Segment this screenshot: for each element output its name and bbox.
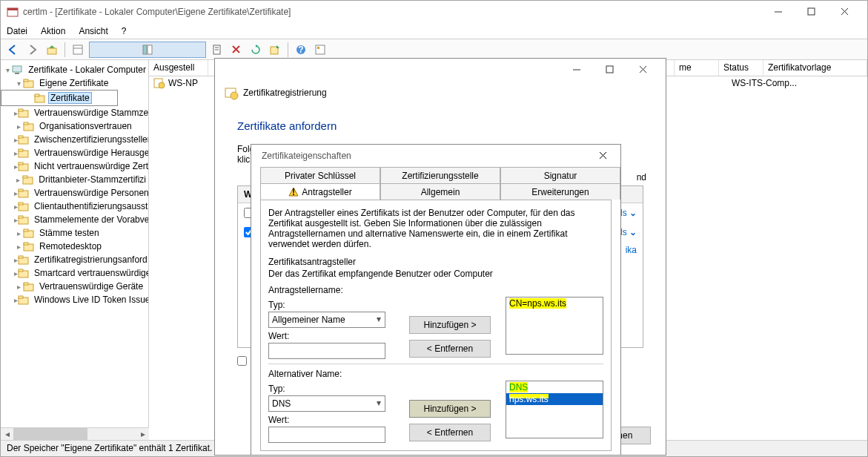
folder-icon [18,108,30,118]
tree-item[interactable]: ▸Nicht vertrauenswürdige Zert [1,160,148,173]
subject-remove-button[interactable]: < Entfernen [409,340,491,358]
minimize-button[interactable] [761,1,795,23]
subject-desc: Der Antragsteller eines Zertifikats ist … [268,208,603,249]
toolbar: ? [1,39,867,60]
subject-add-button[interactable]: Hinzufügen > [409,316,491,334]
col-issued-to[interactable]: Ausgestell [149,60,208,76]
tree-hscroll[interactable]: ◂▸ [1,427,149,440]
delete-button[interactable] [228,42,245,58]
tree-root[interactable]: ▾ Zertifikate - Lokaler Computer [1,63,148,76]
alt-listbox[interactable]: DNS nps.ws.its [506,381,603,438]
col-status[interactable]: Status [719,60,763,76]
tree-item[interactable]: ▸Stämme testen [1,226,148,240]
collapse-link[interactable]: ika [626,245,637,255]
tree-item[interactable]: ▸Smartcard vertrauenswürdige [1,266,148,280]
cert-properties-dialog: Zertifikateigenschaften Privater Schlüss… [251,144,621,456]
tree-item[interactable]: Zertifikate [1,90,118,106]
col-name[interactable]: me [675,60,719,76]
tab-general[interactable]: Allgemein [380,183,500,200]
help-button[interactable]: ? [293,42,309,58]
svg-rect-9 [143,45,147,54]
tree-item[interactable]: ▸Zwischenzertifizierungssteller [1,133,148,146]
svg-rect-52 [19,269,23,272]
wizard-maximize[interactable] [593,59,626,81]
menu-action[interactable]: Aktion [41,26,65,36]
forward-button[interactable] [24,42,41,58]
close-button[interactable] [828,1,861,23]
svg-text:?: ? [298,45,303,55]
folder-icon [18,134,30,145]
folder-icon [18,295,30,305]
tab-private-key[interactable]: Privater Schlüssel [260,167,380,183]
tree-item[interactable]: ▸Vertrauenswürdige Personen [1,186,148,200]
certificate-icon [153,77,165,89]
tree-item[interactable]: ▸Clientauthentifizierungsausst [1,200,148,213]
folder-icon [23,78,35,88]
maximize-button[interactable] [795,1,828,23]
show-all-check[interactable] [237,356,247,366]
folder-icon [18,268,30,278]
alt-add-button[interactable]: Hinzufügen > [409,400,491,418]
subject-sub: Der das Zertifikat empfangende Benutzer … [268,269,603,279]
alt-value-input[interactable] [268,427,385,443]
wizard-minimize[interactable] [560,59,593,81]
col-template[interactable]: Zertifikatvorlage [763,60,867,76]
tree-item[interactable]: ▾Eigene Zertifikate [1,76,148,90]
svg-rect-22 [15,73,19,74]
svg-rect-19 [316,45,325,54]
svg-rect-42 [19,203,23,205]
svg-rect-38 [23,176,27,178]
copy-button[interactable] [209,42,225,58]
subject-cn-item[interactable]: CN=nps.ws.its [509,298,566,309]
tab-extensions[interactable]: Erweiterungen [500,183,620,200]
console-button[interactable] [70,42,86,58]
back-button[interactable] [5,42,21,58]
subject-value-input[interactable] [268,343,385,359]
svg-rect-24 [24,79,28,82]
tree-item[interactable]: ▸Remotedesktop [1,240,148,253]
subject-heading: Zertifikatsantragsteller [268,257,603,267]
value1-label: Wert: [268,331,394,341]
app-icon [7,6,19,18]
alt-type-select[interactable] [268,395,385,412]
cert-template: WS-ITS-Comp... [732,78,797,88]
svg-rect-30 [24,122,28,125]
tab-ca[interactable]: Zertifizierungsstelle [380,167,500,183]
tree-item[interactable]: ▸Vertrauenswürdige Geräte [1,280,148,293]
alt-dns-item[interactable]: nps.ws.its [506,393,603,405]
options-button[interactable] [312,42,328,58]
tree-item[interactable]: ▸Vertrauenswürdige Herausgel [1,146,148,160]
svg-point-58 [159,82,165,88]
subject-listbox[interactable]: CN=nps.ws.its [506,297,603,355]
folder-icon [23,241,35,251]
computer-icon [12,65,24,75]
subject-type-select[interactable] [268,312,385,328]
tree-item[interactable]: ▸Drittanbieter-Stammzertifizi [1,173,148,186]
tree-item[interactable]: ▸Vertrauenswürdige Stammzer [1,106,148,119]
tree-item[interactable]: ▸Organisationsvertrauen [1,119,148,133]
tree-item[interactable]: ▸Zertifikatregistrierungsanford [1,253,148,266]
menubar: Datei Aktion Ansicht ? [1,23,867,39]
export-button[interactable] [267,42,283,58]
tab-subject[interactable]: ! Antragsteller [260,183,380,200]
menu-file[interactable]: Datei [7,26,27,36]
tab-signature[interactable]: Signatur [500,167,620,183]
folder-icon [23,121,35,131]
up-button[interactable] [44,42,60,58]
tree-item[interactable]: ▸Stammelemente der Vorabve [1,213,148,226]
folder-icon [23,281,35,292]
wizard-close[interactable] [626,59,660,81]
svg-rect-1 [7,8,18,10]
svg-text:!: ! [292,187,295,197]
menu-help[interactable]: ? [122,26,127,36]
svg-rect-54 [24,283,28,285]
refresh-button[interactable] [248,42,264,58]
svg-rect-26 [35,94,39,96]
props-close[interactable] [592,145,614,167]
svg-rect-6 [47,48,56,54]
tree-item[interactable]: ▸Windows Live ID Token Issuer [1,293,148,306]
svg-rect-44 [19,216,23,218]
menu-view[interactable]: Ansicht [79,26,107,36]
alt-remove-button[interactable]: < Entfernen [409,424,491,441]
tree-view-button[interactable] [89,42,206,58]
